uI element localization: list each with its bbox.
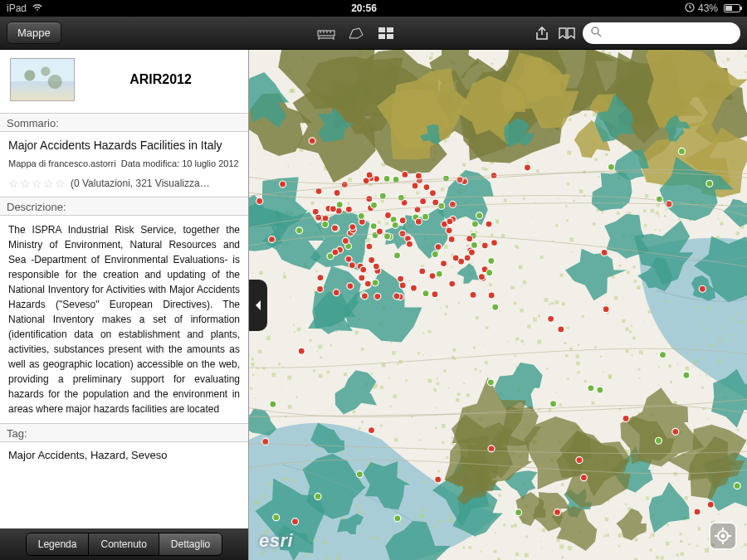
- svg-rect-83: [254, 500, 257, 504]
- svg-rect-750: [374, 376, 375, 377]
- svg-rect-562: [561, 556, 564, 558]
- svg-point-1015: [347, 283, 354, 290]
- tab-content[interactable]: Contenuto: [89, 533, 159, 555]
- svg-rect-688: [594, 158, 598, 161]
- svg-point-1033: [309, 138, 315, 144]
- svg-rect-401: [736, 231, 740, 235]
- svg-point-1079: [722, 535, 725, 538]
- svg-rect-224: [285, 477, 288, 480]
- svg-rect-138: [361, 348, 364, 350]
- basemap-icon[interactable]: [377, 26, 395, 41]
- svg-point-1051: [603, 306, 609, 313]
- svg-rect-253: [354, 551, 356, 553]
- svg-rect-426: [485, 361, 488, 364]
- svg-rect-726: [696, 545, 698, 547]
- svg-rect-9: [632, 337, 636, 340]
- svg-point-948: [345, 256, 352, 262]
- search-input[interactable]: [607, 27, 746, 39]
- svg-rect-557: [485, 168, 487, 170]
- svg-point-1074: [296, 227, 303, 234]
- svg-point-1038: [554, 509, 560, 515]
- svg-point-955: [471, 241, 477, 248]
- svg-rect-500: [348, 178, 352, 182]
- svg-rect-171: [578, 344, 579, 346]
- svg-rect-397: [250, 387, 252, 390]
- map-canvas[interactable]: [249, 50, 747, 560]
- svg-rect-539: [643, 210, 647, 213]
- svg-rect-462: [251, 363, 255, 367]
- svg-rect-612: [378, 221, 381, 224]
- svg-rect-62: [651, 533, 654, 537]
- search-icon: [591, 26, 602, 41]
- svg-rect-840: [476, 316, 479, 319]
- svg-rect-284: [256, 168, 256, 168]
- svg-rect-12: [618, 533, 622, 538]
- svg-rect-415: [549, 303, 550, 304]
- tab-detail[interactable]: Dettaglio: [159, 533, 222, 555]
- svg-rect-682: [724, 335, 725, 337]
- svg-point-982: [371, 202, 378, 208]
- status-bar: iPad 20:56 43%: [0, 0, 747, 17]
- svg-rect-702: [354, 543, 355, 545]
- svg-rect-303: [593, 222, 596, 226]
- maps-button[interactable]: Mappe: [7, 22, 61, 44]
- svg-rect-521: [427, 379, 432, 383]
- svg-rect-75: [536, 169, 540, 173]
- svg-rect-204: [535, 202, 535, 202]
- svg-rect-847: [734, 323, 735, 324]
- svg-rect-742: [555, 224, 558, 226]
- summary-label: Sommario:: [0, 113, 248, 132]
- svg-rect-29: [480, 371, 481, 373]
- svg-rect-476: [559, 403, 562, 407]
- map-meta: Mappa di francesco.astorri Data modifica…: [8, 158, 240, 168]
- svg-rect-527: [375, 195, 377, 197]
- svg-rect-608: [394, 438, 398, 442]
- map-view[interactable]: esri: [249, 50, 747, 560]
- locate-button[interactable]: [709, 522, 737, 550]
- svg-point-980: [470, 291, 476, 298]
- svg-rect-344: [558, 199, 559, 200]
- svg-rect-537: [693, 361, 696, 364]
- svg-rect-300: [742, 547, 744, 548]
- svg-point-914: [420, 198, 427, 205]
- svg-rect-603: [265, 363, 266, 364]
- clock: 20:56: [43, 2, 685, 14]
- svg-rect-516: [336, 557, 340, 560]
- svg-rect-293: [565, 354, 569, 358]
- svg-point-1063: [622, 415, 629, 421]
- device-label: iPad: [7, 2, 27, 14]
- svg-rect-767: [588, 319, 589, 320]
- svg-point-939: [466, 236, 473, 242]
- svg-rect-817: [361, 421, 364, 423]
- search-box[interactable]: [583, 22, 740, 44]
- svg-point-1035: [707, 501, 714, 508]
- svg-rect-89: [740, 359, 742, 361]
- svg-rect-704: [380, 386, 383, 389]
- rating-stars[interactable]: ☆☆☆☆☆: [8, 177, 66, 190]
- measure-area-icon[interactable]: [347, 26, 365, 41]
- svg-rect-159: [530, 216, 531, 217]
- svg-point-981: [415, 173, 422, 179]
- svg-rect-869: [481, 551, 482, 553]
- svg-rect-340: [722, 340, 724, 342]
- svg-rect-406: [632, 265, 635, 268]
- svg-rect-894: [437, 382, 439, 385]
- svg-rect-711: [685, 496, 688, 499]
- measure-length-icon[interactable]: [317, 26, 335, 41]
- svg-rect-891: [388, 377, 390, 378]
- svg-rect-511: [645, 194, 648, 197]
- share-icon[interactable]: [533, 26, 551, 41]
- tab-legend[interactable]: Legenda: [27, 533, 90, 555]
- svg-rect-199: [705, 548, 709, 553]
- svg-rect-489: [340, 188, 342, 190]
- svg-point-930: [370, 223, 377, 230]
- svg-rect-154: [442, 424, 446, 428]
- svg-rect-834: [494, 550, 497, 553]
- bookmarks-icon[interactable]: [558, 26, 576, 41]
- svg-rect-445: [382, 163, 385, 166]
- svg-rect-876: [491, 63, 493, 66]
- svg-rect-423: [561, 483, 564, 485]
- sidebar-collapse-handle[interactable]: [249, 280, 267, 331]
- svg-rect-729: [443, 369, 446, 372]
- svg-rect-720: [424, 480, 427, 483]
